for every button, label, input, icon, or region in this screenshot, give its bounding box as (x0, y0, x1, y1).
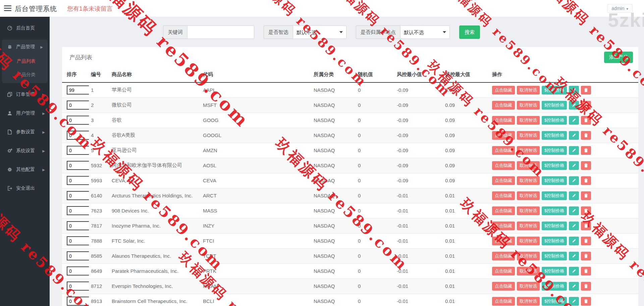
sidebar-item[interactable]: 其他配置▶ (0, 162, 50, 177)
cancel-smart-button[interactable]: 取消智选 (517, 116, 540, 125)
control-price-button[interactable]: $控制价格 (542, 282, 567, 291)
cancel-smart-button[interactable]: 取消智选 (517, 146, 540, 155)
cancel-smart-button[interactable]: 取消智选 (517, 267, 540, 276)
control-price-button[interactable]: $控制价格 (542, 297, 567, 306)
cancel-smart-button[interactable]: 取消智选 (517, 86, 540, 95)
user-menu[interactable]: admin▾ (607, 4, 633, 13)
sort-input[interactable] (67, 251, 89, 260)
edit-button[interactable] (569, 86, 579, 95)
menu-toggle-icon[interactable] (4, 5, 11, 12)
hide-button[interactable]: 点击隐藏 (492, 282, 515, 291)
delete-button[interactable] (581, 282, 591, 291)
search-button[interactable]: 搜索 (459, 25, 480, 39)
delete-button[interactable] (581, 297, 591, 306)
smart-select-dropdown[interactable]: 默认不选 (293, 25, 346, 39)
cancel-smart-button[interactable]: 取消智选 (517, 191, 540, 200)
sort-input[interactable] (67, 297, 89, 306)
hide-button[interactable]: 点击隐藏 (492, 86, 515, 95)
control-price-button[interactable]: $控制价格 (542, 131, 567, 140)
delete-button[interactable] (581, 131, 591, 140)
hide-button[interactable]: 点击隐藏 (492, 191, 515, 200)
add-product-button[interactable]: 添加产品 (604, 52, 633, 63)
cancel-smart-button[interactable]: 取消智选 (517, 237, 540, 245)
delete-button[interactable] (581, 206, 591, 215)
sidebar-item[interactable]: 订单管理▶ (0, 87, 50, 102)
sort-input[interactable] (67, 85, 89, 95)
delete-button[interactable] (581, 116, 591, 125)
sort-input[interactable] (67, 282, 89, 291)
site-filter-dropdown[interactable]: 默认不选 (400, 25, 450, 39)
sort-input[interactable] (67, 236, 89, 245)
hide-button[interactable]: 点击隐藏 (492, 237, 515, 245)
sort-input[interactable] (67, 266, 89, 276)
edit-button[interactable] (569, 116, 579, 125)
sidebar-item[interactable]: 参数设置▶ (0, 125, 50, 139)
sort-input[interactable] (67, 131, 89, 140)
hide-button[interactable]: 点击隐藏 (492, 176, 515, 185)
control-price-button[interactable]: $控制价格 (542, 237, 567, 245)
cancel-smart-button[interactable]: 取消智选 (517, 297, 540, 306)
edit-button[interactable] (569, 191, 579, 200)
delete-button[interactable] (581, 86, 591, 95)
sort-input[interactable] (67, 176, 89, 185)
edit-button[interactable] (569, 282, 579, 291)
delete-button[interactable] (581, 252, 591, 260)
edit-button[interactable] (569, 206, 579, 215)
control-price-button[interactable]: $控制价格 (542, 252, 567, 260)
sidebar-item[interactable]: 后台首页 (0, 21, 50, 36)
hide-button[interactable]: 点击隐藏 (492, 116, 515, 125)
edit-button[interactable] (569, 101, 579, 110)
cancel-smart-button[interactable]: 取消智选 (517, 222, 540, 230)
hide-button[interactable]: 点击隐藏 (492, 206, 515, 215)
sort-input[interactable] (67, 101, 89, 110)
sort-input[interactable] (67, 206, 89, 215)
sort-input[interactable] (67, 161, 89, 170)
hide-button[interactable]: 点击隐藏 (492, 161, 515, 170)
sort-input[interactable] (67, 221, 89, 230)
cancel-smart-button[interactable]: 取消智选 (517, 206, 540, 215)
delete-button[interactable] (581, 101, 591, 110)
control-price-button[interactable]: $控制价格 (542, 161, 567, 170)
hide-button[interactable]: 点击隐藏 (492, 222, 515, 230)
edit-button[interactable] (569, 131, 579, 140)
control-price-button[interactable]: $控制价格 (542, 191, 567, 200)
control-price-button[interactable]: $控制价格 (542, 116, 567, 125)
control-price-button[interactable]: $控制价格 (542, 146, 567, 155)
delete-button[interactable] (581, 146, 591, 155)
keyword-input[interactable] (187, 25, 254, 39)
cancel-smart-button[interactable]: 取消智选 (517, 161, 540, 170)
control-price-button[interactable]: $控制价格 (542, 101, 567, 110)
edit-button[interactable] (569, 222, 579, 230)
control-price-button[interactable]: $控制价格 (542, 176, 567, 185)
unread-message-link[interactable]: 您有1条未读留言 (67, 5, 113, 13)
edit-button[interactable] (569, 161, 579, 170)
hide-button[interactable]: 点击隐藏 (492, 297, 515, 306)
edit-button[interactable] (569, 146, 579, 155)
delete-button[interactable] (581, 267, 591, 276)
sidebar-item[interactable]: Ƀ产品管理▶ (2, 40, 48, 54)
edit-button[interactable] (569, 267, 579, 276)
sort-input[interactable] (67, 191, 89, 200)
cancel-smart-button[interactable]: 取消智选 (517, 176, 540, 185)
cancel-smart-button[interactable]: 取消智选 (517, 131, 540, 140)
cancel-smart-button[interactable]: 取消智选 (517, 252, 540, 260)
edit-button[interactable] (569, 176, 579, 185)
cancel-smart-button[interactable]: 取消智选 (517, 282, 540, 291)
hide-button[interactable]: 点击隐藏 (492, 252, 515, 260)
delete-button[interactable] (581, 161, 591, 170)
hide-button[interactable]: 点击隐藏 (492, 101, 515, 110)
sidebar-item[interactable]: 系统设置▶ (0, 143, 50, 158)
delete-button[interactable] (581, 237, 591, 245)
sidebar-subitem[interactable]: 产品列表 (2, 54, 48, 68)
control-price-button[interactable]: $控制价格 (542, 206, 567, 215)
cancel-smart-button[interactable]: 取消智选 (517, 101, 540, 110)
sort-input[interactable] (67, 116, 89, 125)
edit-button[interactable] (569, 237, 579, 245)
sidebar-item[interactable]: 安全退出 (0, 181, 50, 196)
delete-button[interactable] (581, 191, 591, 200)
edit-button[interactable] (569, 297, 579, 306)
control-price-button[interactable]: $控制价格 (542, 222, 567, 230)
edit-button[interactable] (569, 252, 579, 260)
delete-button[interactable] (581, 222, 591, 230)
control-price-button[interactable]: $控制价格 (542, 267, 567, 276)
